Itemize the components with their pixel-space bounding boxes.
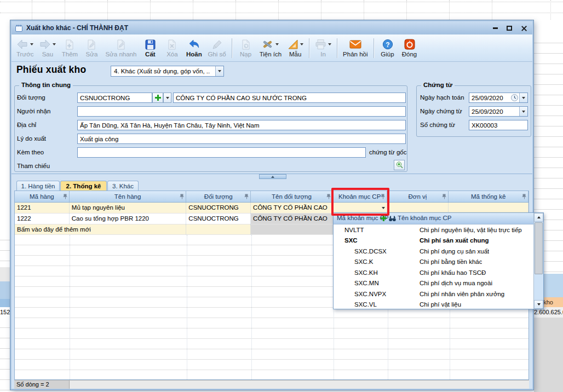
cell-ten-hang[interactable]: Cao su tổng hợp PBR 1220 bbox=[70, 214, 187, 224]
kem-theo-input[interactable] bbox=[77, 147, 366, 158]
cell-empty[interactable] bbox=[186, 224, 251, 234]
voucher-type-select[interactable]: 4. Khác (Xuất sử dụng, góp vốn, .. bbox=[111, 66, 224, 77]
chevron-down-icon[interactable] bbox=[215, 66, 223, 76]
cell-ten-doi-tuong[interactable]: CÔNG TY CỔ PHẦN CAO bbox=[251, 203, 333, 213]
toolbar-quick-edit-button[interactable]: Sửa nhanh bbox=[102, 37, 139, 59]
toolbar-save-button[interactable]: Cất bbox=[139, 37, 161, 59]
grid-line bbox=[449, 0, 450, 20]
nguoi-nhan-input[interactable] bbox=[77, 106, 406, 117]
toolbar-print-button[interactable]: In bbox=[312, 37, 334, 59]
item-code: SXC.DCSX bbox=[334, 248, 416, 255]
chevron-down-icon[interactable] bbox=[519, 107, 527, 116]
item-code: SXC.NVPX bbox=[334, 291, 416, 297]
maximize-button[interactable] bbox=[504, 24, 515, 32]
add-new-row-hint[interactable]: Bấm vào đây để thêm mới bbox=[15, 224, 186, 234]
toolbar-help-button[interactable]: ? Giúp bbox=[377, 37, 399, 59]
scroll-up-button[interactable] bbox=[534, 213, 543, 222]
dropdown-item[interactable]: SXC.VLChi phí vật liệu bbox=[334, 299, 533, 310]
object-dropdown-button[interactable] bbox=[163, 93, 171, 103]
add-object-button[interactable] bbox=[152, 93, 163, 103]
column-header-doi-tuong[interactable]: Đối tượng bbox=[186, 191, 251, 202]
cell-ten-hang[interactable]: Mủ tạp nguyên liệu bbox=[70, 203, 187, 213]
column-header-ten-doi-tuong[interactable]: Tên đối tượng bbox=[251, 191, 333, 202]
cell-ma-hang[interactable]: 1222 bbox=[15, 214, 70, 224]
scrollbar-thumb[interactable] bbox=[535, 222, 543, 274]
chevron-down-icon[interactable] bbox=[519, 93, 527, 102]
plus-icon[interactable] bbox=[381, 215, 387, 221]
so-chung-tu-input[interactable] bbox=[469, 120, 528, 130]
cell-ma-hang[interactable]: 1221 bbox=[15, 203, 70, 213]
tab-khac[interactable]: 3. Khác bbox=[107, 181, 139, 191]
pin-icon[interactable] bbox=[63, 194, 68, 199]
chevron-down-icon[interactable] bbox=[30, 43, 33, 45]
dropdown-item[interactable]: SXC.KHChi phí khấu hao TSCĐ bbox=[334, 267, 533, 278]
dropdown-item[interactable]: NVLTTChi phí nguyên liệu, vật liệu trực … bbox=[334, 224, 533, 235]
toolbar-add-button[interactable]: Thêm bbox=[59, 37, 81, 59]
table-row[interactable]: 1221 Mủ tạp nguyên liệu CSNUOCTRONG CÔNG… bbox=[15, 203, 528, 214]
dropdown-item[interactable]: SXC.MNChi phí dịch vụ mua ngoài bbox=[334, 278, 533, 289]
column-header-ma-thong-ke[interactable]: Mã thống kê bbox=[449, 191, 528, 202]
cell-doi-tuong[interactable]: CSNUOCTRONG bbox=[186, 203, 251, 213]
cell-doi-tuong[interactable]: CSNUOCTRONG bbox=[186, 214, 251, 224]
dialog-titlebar[interactable]: Xuất kho khác - CHÍ THÀNH ĐẠT bbox=[12, 21, 532, 34]
dropdown-item[interactable]: SXCChi phí sản xuất chung bbox=[334, 235, 533, 246]
column-header-ma-hang[interactable]: Mã hàng bbox=[15, 191, 70, 202]
chevron-down-icon[interactable] bbox=[53, 43, 56, 45]
toolbar-close-button[interactable]: Đóng bbox=[399, 37, 421, 59]
dropdown-item[interactable]: SXC.KChi phí bằng tiền khác bbox=[334, 257, 533, 268]
pin-icon[interactable] bbox=[244, 194, 249, 199]
grid-line bbox=[107, 0, 108, 20]
undo-icon bbox=[188, 39, 200, 50]
column-header-don-vi[interactable]: Đơn vị bbox=[387, 191, 449, 202]
ly-do-xuat-input[interactable] bbox=[77, 134, 406, 144]
dia-chi-input[interactable] bbox=[77, 120, 406, 130]
cell-don-vi[interactable] bbox=[387, 203, 449, 213]
chevron-down-icon[interactable] bbox=[300, 43, 303, 45]
pin-icon[interactable] bbox=[522, 194, 527, 199]
tab-hang-tien[interactable]: 1. Hàng tiền bbox=[16, 181, 60, 191]
tab-thong-ke[interactable]: 2. Thống kê bbox=[60, 181, 107, 191]
toolbar-delete-button[interactable]: Xóa bbox=[161, 37, 183, 59]
close-button[interactable] bbox=[518, 24, 529, 32]
toolbar-edit-button[interactable]: Sửa bbox=[81, 37, 102, 59]
toolbar-utilities-button[interactable]: Tiện ích bbox=[257, 37, 284, 59]
doi-tuong-name-input[interactable] bbox=[173, 93, 406, 103]
item-code: SXC.MN bbox=[334, 280, 416, 286]
dropdown-name-header[interactable]: Tên khoản mục CP bbox=[398, 215, 451, 221]
toolbar-reload-button[interactable]: Nạp bbox=[235, 37, 257, 59]
toolbar-feedback-button[interactable]: Phản hồi bbox=[340, 37, 370, 59]
reference-lookup-button[interactable] bbox=[394, 160, 405, 170]
row-count-status: Số dòng = 2 bbox=[14, 381, 70, 389]
dropdown-item[interactable]: SXC.DCSXChi phí dụng cụ sản xuất bbox=[334, 246, 533, 257]
cell-empty[interactable] bbox=[251, 224, 333, 234]
dropdown-scrollbar[interactable] bbox=[533, 213, 543, 309]
power-icon bbox=[404, 39, 415, 50]
toolbar-previous-button[interactable]: Trước bbox=[14, 37, 36, 59]
column-header-ten-hang[interactable]: Tên hàng bbox=[70, 191, 187, 202]
chevron-down-icon[interactable] bbox=[275, 43, 279, 45]
window-title: Xuất kho khác - CHÍ THÀNH ĐẠT bbox=[26, 24, 486, 32]
minimize-button[interactable] bbox=[490, 24, 501, 32]
grid-line bbox=[193, 0, 193, 20]
clock-icon[interactable] bbox=[510, 94, 519, 102]
pin-icon[interactable] bbox=[180, 194, 185, 199]
grid-line bbox=[65, 0, 65, 20]
field-label-kem-theo: Kèm theo bbox=[17, 147, 44, 158]
splitter-handle[interactable] bbox=[259, 174, 286, 179]
scroll-down-button[interactable] bbox=[534, 300, 543, 309]
pin-icon[interactable] bbox=[442, 194, 447, 199]
cell-ma-thong-ke[interactable] bbox=[449, 203, 528, 213]
toolbar-template-button[interactable]: Mẫu bbox=[284, 37, 306, 59]
toolbar-post-button[interactable]: Ghi sổ bbox=[205, 37, 228, 59]
pin-icon[interactable] bbox=[326, 194, 331, 199]
binoculars-icon[interactable] bbox=[389, 215, 396, 222]
chevron-down-icon[interactable] bbox=[328, 43, 331, 45]
doi-tuong-code-input[interactable] bbox=[77, 93, 152, 103]
ngay-hach-toan-field[interactable]: 25/09/2020 bbox=[469, 93, 528, 103]
cell-ten-doi-tuong[interactable]: CÔNG TY CỔ PHẦN CAO bbox=[251, 214, 333, 224]
grid-line bbox=[321, 0, 321, 20]
toolbar-next-button[interactable]: Sau bbox=[36, 37, 59, 59]
dropdown-item[interactable]: SXC.NVPXChi phí nhân viên phân xưởng bbox=[334, 289, 533, 299]
ngay-chung-tu-field[interactable]: 25/09/2020 bbox=[469, 106, 528, 117]
toolbar-undo-button[interactable]: Hoãn bbox=[183, 37, 205, 59]
